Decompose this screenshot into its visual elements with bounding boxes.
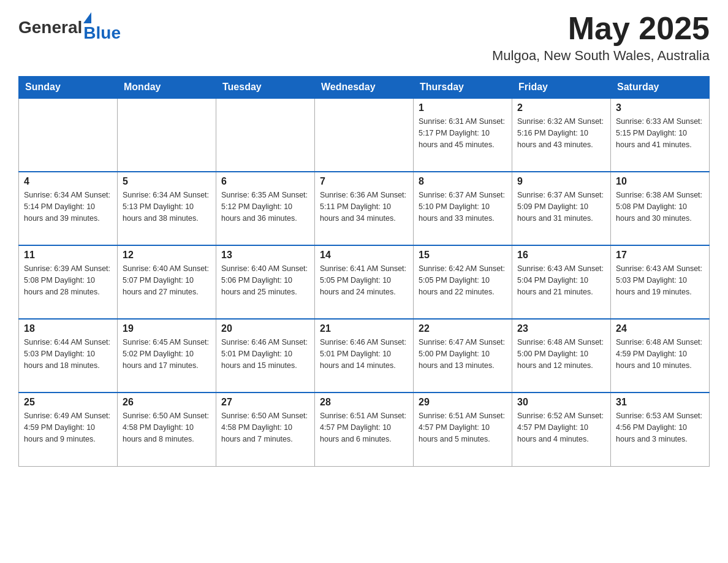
calendar-cell: 29Sunrise: 6:51 AM Sunset: 4:57 PM Dayli… [414,393,512,466]
day-number: 15 [419,250,507,261]
page-header: General Blue May 2025 Mulgoa, New South … [18,12,710,64]
day-info: Sunrise: 6:34 AM Sunset: 5:13 PM Dayligh… [123,190,211,224]
calendar-header-wednesday: Wednesday [315,77,414,99]
day-info: Sunrise: 6:50 AM Sunset: 4:58 PM Dayligh… [221,410,309,445]
day-number: 28 [320,397,408,408]
day-info: Sunrise: 6:48 AM Sunset: 4:59 PM Dayligh… [616,337,704,371]
day-number: 30 [517,397,605,408]
day-info: Sunrise: 6:35 AM Sunset: 5:12 PM Dayligh… [221,190,309,224]
calendar-cell [118,98,216,172]
day-number: 5 [123,176,211,187]
calendar-cell: 21Sunrise: 6:46 AM Sunset: 5:01 PM Dayli… [315,319,414,393]
calendar-week-row: 18Sunrise: 6:44 AM Sunset: 5:03 PM Dayli… [19,319,710,393]
day-number: 10 [616,176,704,187]
calendar-week-row: 25Sunrise: 6:49 AM Sunset: 4:59 PM Dayli… [19,393,710,466]
day-number: 12 [123,250,211,261]
calendar-cell: 3Sunrise: 6:33 AM Sunset: 5:15 PM Daylig… [611,98,710,172]
calendar-cell: 9Sunrise: 6:37 AM Sunset: 5:09 PM Daylig… [512,172,611,245]
month-title: May 2025 [492,12,710,44]
calendar-cell: 26Sunrise: 6:50 AM Sunset: 4:58 PM Dayli… [118,393,216,466]
calendar-week-row: 11Sunrise: 6:39 AM Sunset: 5:08 PM Dayli… [19,245,710,319]
day-number: 11 [24,250,112,261]
calendar-header-thursday: Thursday [414,77,512,99]
day-info: Sunrise: 6:48 AM Sunset: 5:00 PM Dayligh… [517,337,605,371]
calendar-cell: 14Sunrise: 6:41 AM Sunset: 5:05 PM Dayli… [315,245,414,319]
day-number: 20 [221,323,309,334]
calendar-cell: 22Sunrise: 6:47 AM Sunset: 5:00 PM Dayli… [414,319,512,393]
header-right: May 2025 Mulgoa, New South Wales, Austra… [492,12,710,64]
calendar-header-monday: Monday [118,77,216,99]
day-info: Sunrise: 6:40 AM Sunset: 5:06 PM Dayligh… [221,263,309,297]
calendar-week-row: 1Sunrise: 6:31 AM Sunset: 5:17 PM Daylig… [19,98,710,172]
day-number: 8 [419,176,507,187]
day-number: 7 [320,176,408,187]
day-info: Sunrise: 6:41 AM Sunset: 5:05 PM Dayligh… [320,263,408,297]
logo: General Blue [18,12,121,43]
calendar-cell: 1Sunrise: 6:31 AM Sunset: 5:17 PM Daylig… [414,98,512,172]
calendar-cell: 2Sunrise: 6:32 AM Sunset: 5:16 PM Daylig… [512,98,611,172]
calendar-cell: 31Sunrise: 6:53 AM Sunset: 4:56 PM Dayli… [611,393,710,466]
calendar-cell: 5Sunrise: 6:34 AM Sunset: 5:13 PM Daylig… [118,172,216,245]
day-number: 23 [517,323,605,334]
calendar-cell: 13Sunrise: 6:40 AM Sunset: 5:06 PM Dayli… [216,245,315,319]
day-number: 6 [221,176,309,187]
calendar-header-sunday: Sunday [19,77,118,99]
day-info: Sunrise: 6:37 AM Sunset: 5:09 PM Dayligh… [517,190,605,224]
calendar-cell: 7Sunrise: 6:36 AM Sunset: 5:11 PM Daylig… [315,172,414,245]
day-number: 22 [419,323,507,334]
day-number: 26 [123,397,211,408]
day-number: 17 [616,250,704,261]
day-info: Sunrise: 6:46 AM Sunset: 5:01 PM Dayligh… [221,337,309,371]
day-info: Sunrise: 6:36 AM Sunset: 5:11 PM Dayligh… [320,190,408,224]
day-number: 9 [517,176,605,187]
day-info: Sunrise: 6:34 AM Sunset: 5:14 PM Dayligh… [24,190,112,224]
calendar-cell: 30Sunrise: 6:52 AM Sunset: 4:57 PM Dayli… [512,393,611,466]
calendar-cell: 8Sunrise: 6:37 AM Sunset: 5:10 PM Daylig… [414,172,512,245]
calendar-cell: 27Sunrise: 6:50 AM Sunset: 4:58 PM Dayli… [216,393,315,466]
day-number: 24 [616,323,704,334]
day-number: 4 [24,176,112,187]
location: Mulgoa, New South Wales, Australia [492,48,710,64]
day-info: Sunrise: 6:42 AM Sunset: 5:05 PM Dayligh… [419,263,507,297]
calendar-cell: 10Sunrise: 6:38 AM Sunset: 5:08 PM Dayli… [611,172,710,245]
day-number: 13 [221,250,309,261]
day-number: 1 [419,102,507,113]
calendar-cell: 15Sunrise: 6:42 AM Sunset: 5:05 PM Dayli… [414,245,512,319]
calendar-cell [216,98,315,172]
day-info: Sunrise: 6:43 AM Sunset: 5:03 PM Dayligh… [616,263,704,297]
day-info: Sunrise: 6:39 AM Sunset: 5:08 PM Dayligh… [24,263,112,297]
day-number: 3 [616,102,704,113]
day-info: Sunrise: 6:40 AM Sunset: 5:07 PM Dayligh… [123,263,211,297]
calendar-cell: 18Sunrise: 6:44 AM Sunset: 5:03 PM Dayli… [19,319,118,393]
calendar-week-row: 4Sunrise: 6:34 AM Sunset: 5:14 PM Daylig… [19,172,710,245]
day-number: 19 [123,323,211,334]
day-info: Sunrise: 6:53 AM Sunset: 4:56 PM Dayligh… [616,410,704,445]
day-info: Sunrise: 6:44 AM Sunset: 5:03 PM Dayligh… [24,337,112,371]
logo-general: General [18,18,82,37]
calendar-cell: 11Sunrise: 6:39 AM Sunset: 5:08 PM Dayli… [19,245,118,319]
calendar-cell: 24Sunrise: 6:48 AM Sunset: 4:59 PM Dayli… [611,319,710,393]
day-number: 25 [24,397,112,408]
day-info: Sunrise: 6:51 AM Sunset: 4:57 PM Dayligh… [419,410,507,445]
day-info: Sunrise: 6:49 AM Sunset: 4:59 PM Dayligh… [24,410,112,445]
calendar-cell: 16Sunrise: 6:43 AM Sunset: 5:04 PM Dayli… [512,245,611,319]
calendar-cell [19,98,118,172]
day-number: 2 [517,102,605,113]
calendar-header-tuesday: Tuesday [216,77,315,99]
calendar-cell: 12Sunrise: 6:40 AM Sunset: 5:07 PM Dayli… [118,245,216,319]
day-info: Sunrise: 6:33 AM Sunset: 5:15 PM Dayligh… [616,116,704,150]
day-number: 31 [616,397,704,408]
day-info: Sunrise: 6:31 AM Sunset: 5:17 PM Dayligh… [419,116,507,150]
day-info: Sunrise: 6:38 AM Sunset: 5:08 PM Dayligh… [616,190,704,224]
day-info: Sunrise: 6:47 AM Sunset: 5:00 PM Dayligh… [419,337,507,371]
calendar-cell: 19Sunrise: 6:45 AM Sunset: 5:02 PM Dayli… [118,319,216,393]
calendar-cell: 25Sunrise: 6:49 AM Sunset: 4:59 PM Dayli… [19,393,118,466]
calendar-cell: 6Sunrise: 6:35 AM Sunset: 5:12 PM Daylig… [216,172,315,245]
calendar-cell: 20Sunrise: 6:46 AM Sunset: 5:01 PM Dayli… [216,319,315,393]
day-number: 21 [320,323,408,334]
day-number: 18 [24,323,112,334]
calendar-header-saturday: Saturday [611,77,710,99]
day-number: 16 [517,250,605,261]
day-number: 27 [221,397,309,408]
day-info: Sunrise: 6:51 AM Sunset: 4:57 PM Dayligh… [320,410,408,445]
